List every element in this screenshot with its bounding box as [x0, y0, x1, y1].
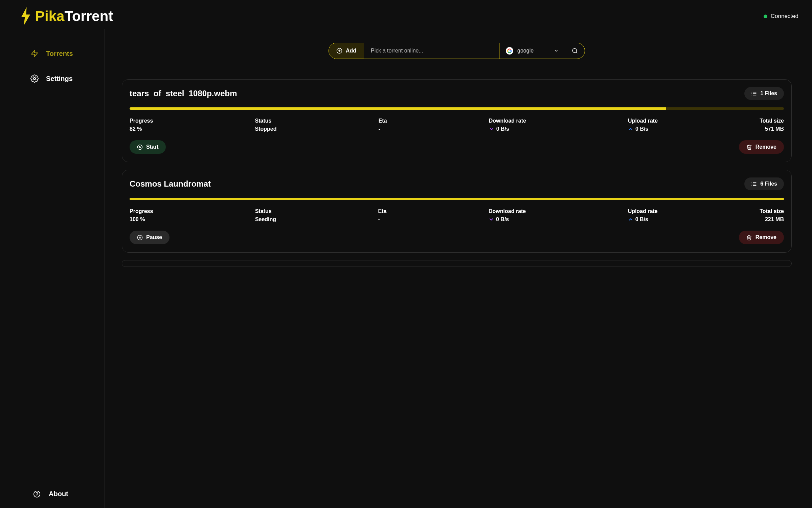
stat-label-status: Status: [255, 208, 276, 214]
svg-line-8: [576, 52, 577, 53]
stat-value-status: Seeding: [255, 216, 276, 223]
search-pill: Add google: [329, 43, 585, 59]
svg-point-15: [137, 145, 142, 149]
remove-button[interactable]: Remove: [739, 140, 784, 154]
logo-text-torrent: Torrent: [64, 8, 113, 24]
plus-circle-icon: [336, 48, 342, 54]
sidebar: Torrents Settings About: [0, 29, 105, 508]
files-button[interactable]: 1 Files: [744, 87, 784, 100]
gear-icon: [30, 75, 39, 83]
search-button[interactable]: [565, 43, 585, 59]
search-input[interactable]: [364, 43, 499, 59]
remove-button[interactable]: Remove: [739, 231, 784, 244]
app-logo: PikaTorrent: [20, 7, 113, 26]
torrent-name: tears_of_steel_1080p.webm: [130, 89, 237, 98]
stat-value-download-rate: 0 B/s: [489, 126, 526, 132]
status-dot-icon: [764, 15, 767, 18]
bolt-icon: [20, 7, 31, 26]
stat-label-upload-rate: Upload rate: [628, 208, 658, 214]
sidebar-item-torrents[interactable]: Torrents: [30, 49, 105, 58]
google-icon: [506, 47, 513, 55]
stat-value-download-rate: 0 B/s: [489, 216, 526, 223]
sidebar-item-settings[interactable]: Settings: [30, 75, 105, 83]
files-count-label: 6 Files: [760, 181, 777, 187]
torrent-card: tears_of_steel_1080p.webm 1 Files Progre…: [122, 79, 792, 162]
lightning-icon: [30, 49, 39, 58]
torrent-list: tears_of_steel_1080p.webm 1 Files Progre…: [122, 79, 792, 267]
torrent-card: Cosmos Laundromat 6 Files Progress100 % …: [122, 170, 792, 253]
stat-label-total-size: Total size: [760, 208, 784, 214]
stat-label-total-size: Total size: [760, 118, 784, 124]
main-content: Add google: [105, 29, 812, 508]
stat-value-total-size: 221 MB: [765, 216, 784, 223]
help-circle-icon: [33, 490, 41, 498]
pause-circle-icon: [137, 235, 143, 240]
remove-button-label: Remove: [755, 144, 776, 150]
svg-marker-0: [31, 50, 38, 57]
stat-label-progress: Progress: [130, 208, 153, 214]
chevron-down-icon: [489, 217, 494, 222]
list-icon: [751, 91, 757, 97]
stat-label-upload-rate: Upload rate: [628, 118, 658, 124]
remove-button-label: Remove: [755, 234, 776, 240]
svg-marker-16: [139, 146, 141, 148]
stat-value-progress: 100 %: [130, 216, 153, 223]
stat-label-download-rate: Download rate: [489, 118, 526, 124]
stat-value-total-size: 571 MB: [765, 126, 784, 132]
connection-label: Connected: [771, 13, 798, 20]
pause-button[interactable]: Pause: [130, 231, 170, 244]
toolbar: Add google: [122, 43, 792, 59]
svg-point-23: [137, 235, 142, 240]
progress-bar: [130, 107, 784, 110]
provider-label: google: [517, 48, 534, 54]
torrent-name: Cosmos Laundromat: [130, 179, 211, 189]
stat-label-status: Status: [255, 118, 277, 124]
sidebar-item-label: Torrents: [46, 50, 73, 58]
stat-value-progress: 82 %: [130, 126, 153, 132]
chevron-up-icon: [628, 126, 633, 132]
files-button[interactable]: 6 Files: [744, 177, 784, 190]
stat-value-eta: -: [378, 216, 387, 223]
play-circle-icon: [137, 144, 143, 150]
search-icon: [572, 48, 578, 54]
header: PikaTorrent Connected: [0, 0, 812, 29]
sidebar-item-about[interactable]: About: [0, 490, 105, 498]
chevron-down-icon: [554, 48, 559, 53]
chevron-up-icon: [628, 217, 633, 222]
trash-icon: [746, 235, 752, 240]
add-button[interactable]: Add: [329, 43, 364, 59]
logo-text-pika: Pika: [35, 8, 64, 24]
progress-bar: [130, 198, 784, 200]
stat-label-download-rate: Download rate: [489, 208, 526, 214]
list-icon: [751, 181, 757, 187]
start-button[interactable]: Start: [130, 140, 166, 154]
stat-value-status: Stopped: [255, 126, 277, 132]
stat-value-upload-rate: 0 B/s: [628, 126, 658, 132]
torrent-card: [122, 260, 792, 267]
files-count-label: 1 Files: [760, 90, 777, 97]
start-button-label: Start: [146, 144, 158, 150]
stat-value-upload-rate: 0 B/s: [628, 216, 658, 223]
stat-label-progress: Progress: [130, 118, 153, 124]
sidebar-item-label: Settings: [46, 75, 73, 83]
provider-dropdown[interactable]: google: [499, 43, 565, 59]
stat-label-eta: Eta: [379, 118, 387, 124]
sidebar-item-label: About: [49, 490, 68, 498]
pause-button-label: Pause: [146, 234, 162, 240]
stat-label-eta: Eta: [378, 208, 387, 214]
add-button-label: Add: [346, 48, 356, 54]
chevron-down-icon: [489, 126, 494, 132]
svg-point-1: [33, 78, 36, 80]
trash-icon: [746, 144, 752, 150]
connection-status: Connected: [764, 13, 798, 20]
stat-value-eta: -: [379, 126, 387, 132]
